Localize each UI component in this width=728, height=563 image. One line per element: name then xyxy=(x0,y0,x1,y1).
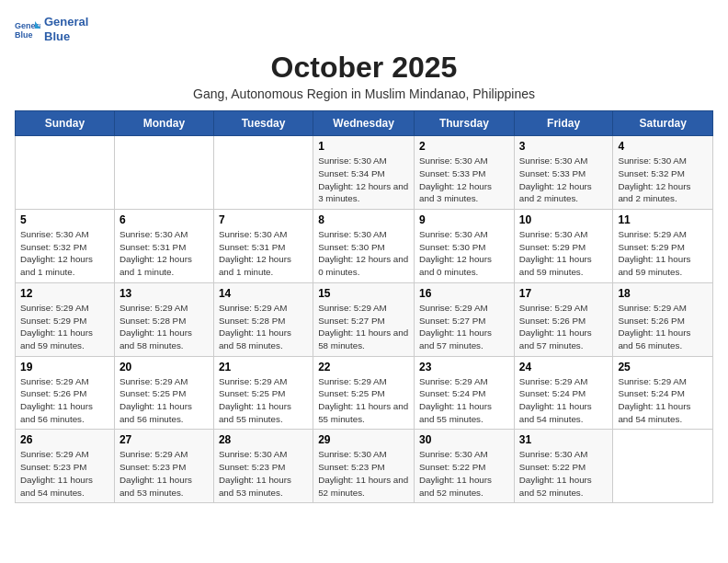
calendar-cell: 29Sunrise: 5:30 AM Sunset: 5:23 PM Dayli… xyxy=(313,430,415,503)
day-number: 28 xyxy=(219,433,308,446)
title-section: October 2025 Gang, Autonomous Region in … xyxy=(15,51,713,101)
calendar-cell: 25Sunrise: 5:29 AM Sunset: 5:24 PM Dayli… xyxy=(613,356,713,430)
day-number: 10 xyxy=(519,213,609,226)
calendar-cell: 16Sunrise: 5:29 AM Sunset: 5:27 PM Dayli… xyxy=(415,282,515,356)
day-info: Sunrise: 5:29 AM Sunset: 5:27 PM Dayligh… xyxy=(419,302,509,352)
calendar-week-row: 26Sunrise: 5:29 AM Sunset: 5:23 PM Dayli… xyxy=(16,430,713,503)
day-info: Sunrise: 5:29 AM Sunset: 5:24 PM Dayligh… xyxy=(419,375,509,426)
svg-text:Blue: Blue xyxy=(15,30,33,40)
day-number: 13 xyxy=(119,287,209,300)
day-info: Sunrise: 5:30 AM Sunset: 5:33 PM Dayligh… xyxy=(419,155,509,205)
day-info: Sunrise: 5:29 AM Sunset: 5:26 PM Dayligh… xyxy=(20,375,109,426)
calendar-cell: 23Sunrise: 5:29 AM Sunset: 5:24 PM Dayli… xyxy=(415,356,515,430)
calendar-week-row: 12Sunrise: 5:29 AM Sunset: 5:29 PM Dayli… xyxy=(16,282,713,356)
day-number: 4 xyxy=(618,140,708,153)
day-number: 22 xyxy=(318,361,409,373)
day-number: 20 xyxy=(119,361,209,373)
day-number: 3 xyxy=(519,140,609,153)
day-info: Sunrise: 5:30 AM Sunset: 5:30 PM Dayligh… xyxy=(318,228,409,279)
calendar-cell: 4Sunrise: 5:30 AM Sunset: 5:32 PM Daylig… xyxy=(613,136,713,210)
day-number: 25 xyxy=(618,361,708,373)
calendar-cell: 27Sunrise: 5:29 AM Sunset: 5:23 PM Dayli… xyxy=(114,430,213,503)
day-number: 2 xyxy=(419,140,509,153)
day-number: 9 xyxy=(419,213,509,226)
day-info: Sunrise: 5:29 AM Sunset: 5:27 PM Dayligh… xyxy=(318,302,409,352)
day-info: Sunrise: 5:29 AM Sunset: 5:28 PM Dayligh… xyxy=(119,302,209,352)
calendar-cell xyxy=(16,136,115,210)
day-number: 27 xyxy=(119,433,209,446)
weekday-header: Monday xyxy=(114,111,213,136)
calendar-cell: 31Sunrise: 5:30 AM Sunset: 5:22 PM Dayli… xyxy=(514,430,613,503)
day-info: Sunrise: 5:29 AM Sunset: 5:24 PM Dayligh… xyxy=(519,375,609,426)
calendar-cell: 22Sunrise: 5:29 AM Sunset: 5:25 PM Dayli… xyxy=(313,356,415,430)
calendar: SundayMondayTuesdayWednesdayThursdayFrid… xyxy=(15,110,713,503)
day-info: Sunrise: 5:30 AM Sunset: 5:33 PM Dayligh… xyxy=(519,155,609,205)
day-number: 7 xyxy=(219,213,308,226)
day-info: Sunrise: 5:30 AM Sunset: 5:30 PM Dayligh… xyxy=(419,228,509,279)
day-info: Sunrise: 5:29 AM Sunset: 5:24 PM Dayligh… xyxy=(618,375,708,426)
day-info: Sunrise: 5:29 AM Sunset: 5:25 PM Dayligh… xyxy=(119,375,209,426)
calendar-cell: 18Sunrise: 5:29 AM Sunset: 5:26 PM Dayli… xyxy=(613,282,713,356)
weekday-header: Saturday xyxy=(613,111,713,136)
day-number: 18 xyxy=(618,287,708,300)
calendar-week-row: 1Sunrise: 5:30 AM Sunset: 5:34 PM Daylig… xyxy=(16,136,713,210)
calendar-cell: 30Sunrise: 5:30 AM Sunset: 5:22 PM Dayli… xyxy=(415,430,515,503)
logo: General Blue GeneralBlue xyxy=(15,15,713,43)
day-number: 12 xyxy=(20,287,109,300)
day-number: 26 xyxy=(20,433,109,446)
calendar-cell: 11Sunrise: 5:29 AM Sunset: 5:29 PM Dayli… xyxy=(613,210,713,283)
calendar-cell: 26Sunrise: 5:29 AM Sunset: 5:23 PM Dayli… xyxy=(16,430,115,503)
calendar-cell: 17Sunrise: 5:29 AM Sunset: 5:26 PM Dayli… xyxy=(514,282,613,356)
calendar-cell: 10Sunrise: 5:30 AM Sunset: 5:29 PM Dayli… xyxy=(514,210,613,283)
day-number: 8 xyxy=(318,213,409,226)
subtitle: Gang, Autonomous Region in Muslim Mindan… xyxy=(15,86,713,101)
calendar-week-row: 5Sunrise: 5:30 AM Sunset: 5:32 PM Daylig… xyxy=(16,210,713,283)
day-number: 15 xyxy=(318,287,409,300)
day-number: 5 xyxy=(20,213,109,226)
calendar-cell: 7Sunrise: 5:30 AM Sunset: 5:31 PM Daylig… xyxy=(213,210,313,283)
weekday-header: Wednesday xyxy=(313,111,415,136)
day-number: 21 xyxy=(219,361,308,373)
month-title: October 2025 xyxy=(15,51,713,85)
weekday-header-row: SundayMondayTuesdayWednesdayThursdayFrid… xyxy=(16,111,713,136)
calendar-cell: 9Sunrise: 5:30 AM Sunset: 5:30 PM Daylig… xyxy=(415,210,515,283)
day-info: Sunrise: 5:30 AM Sunset: 5:32 PM Dayligh… xyxy=(20,228,109,279)
day-info: Sunrise: 5:29 AM Sunset: 5:25 PM Dayligh… xyxy=(219,375,308,426)
calendar-cell: 2Sunrise: 5:30 AM Sunset: 5:33 PM Daylig… xyxy=(415,136,515,210)
calendar-cell xyxy=(613,430,713,503)
day-info: Sunrise: 5:30 AM Sunset: 5:29 PM Dayligh… xyxy=(519,228,609,279)
day-number: 24 xyxy=(519,361,609,373)
weekday-header: Tuesday xyxy=(213,111,313,136)
day-number: 14 xyxy=(219,287,308,300)
day-info: Sunrise: 5:30 AM Sunset: 5:34 PM Dayligh… xyxy=(318,155,409,205)
weekday-header: Thursday xyxy=(415,111,515,136)
calendar-cell: 21Sunrise: 5:29 AM Sunset: 5:25 PM Dayli… xyxy=(213,356,313,430)
day-info: Sunrise: 5:30 AM Sunset: 5:22 PM Dayligh… xyxy=(519,448,609,499)
day-info: Sunrise: 5:30 AM Sunset: 5:32 PM Dayligh… xyxy=(618,155,708,205)
calendar-cell: 20Sunrise: 5:29 AM Sunset: 5:25 PM Dayli… xyxy=(114,356,213,430)
calendar-cell: 24Sunrise: 5:29 AM Sunset: 5:24 PM Dayli… xyxy=(514,356,613,430)
calendar-cell: 28Sunrise: 5:30 AM Sunset: 5:23 PM Dayli… xyxy=(213,430,313,503)
day-number: 31 xyxy=(519,433,609,446)
calendar-cell xyxy=(114,136,213,210)
logo-icon: General Blue xyxy=(15,19,40,40)
calendar-cell: 5Sunrise: 5:30 AM Sunset: 5:32 PM Daylig… xyxy=(16,210,115,283)
day-info: Sunrise: 5:30 AM Sunset: 5:23 PM Dayligh… xyxy=(219,448,308,499)
calendar-cell: 1Sunrise: 5:30 AM Sunset: 5:34 PM Daylig… xyxy=(313,136,415,210)
day-number: 6 xyxy=(119,213,209,226)
day-number: 16 xyxy=(419,287,509,300)
calendar-cell: 15Sunrise: 5:29 AM Sunset: 5:27 PM Dayli… xyxy=(313,282,415,356)
weekday-header: Friday xyxy=(514,111,613,136)
day-number: 23 xyxy=(419,361,509,373)
calendar-cell: 14Sunrise: 5:29 AM Sunset: 5:28 PM Dayli… xyxy=(213,282,313,356)
day-info: Sunrise: 5:29 AM Sunset: 5:25 PM Dayligh… xyxy=(318,375,409,426)
day-info: Sunrise: 5:29 AM Sunset: 5:26 PM Dayligh… xyxy=(618,302,708,352)
calendar-cell: 8Sunrise: 5:30 AM Sunset: 5:30 PM Daylig… xyxy=(313,210,415,283)
day-number: 1 xyxy=(318,140,409,153)
day-info: Sunrise: 5:29 AM Sunset: 5:26 PM Dayligh… xyxy=(519,302,609,352)
day-info: Sunrise: 5:29 AM Sunset: 5:29 PM Dayligh… xyxy=(618,228,708,279)
day-info: Sunrise: 5:30 AM Sunset: 5:23 PM Dayligh… xyxy=(318,448,409,499)
calendar-cell xyxy=(213,136,313,210)
calendar-cell: 19Sunrise: 5:29 AM Sunset: 5:26 PM Dayli… xyxy=(16,356,115,430)
day-number: 19 xyxy=(20,361,109,373)
